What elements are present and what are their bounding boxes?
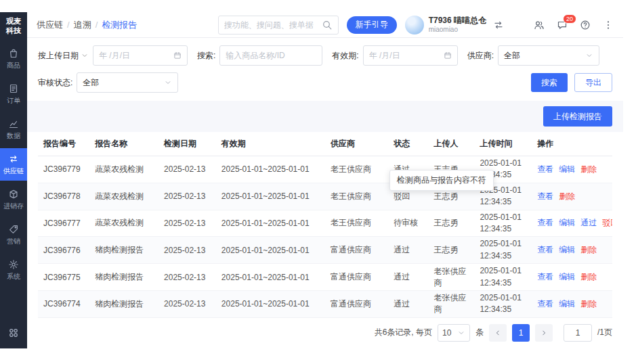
action-link[interactable]: 查看 — [537, 164, 553, 174]
sidebar-item-label: 供应链 — [3, 166, 24, 176]
action-link[interactable]: 编辑 — [559, 245, 575, 254]
action-link[interactable]: 查看 — [537, 191, 553, 201]
messages-icon[interactable]: 20 — [557, 20, 568, 30]
actions-cell: 查看删除 — [532, 183, 612, 210]
table-cell: 富通供应商 — [325, 290, 388, 317]
action-link[interactable]: 查看 — [537, 272, 553, 281]
breadcrumb-separator: / — [67, 20, 70, 30]
table-toolbar: 上传检测报告 — [27, 101, 623, 132]
account[interactable]: T7936 喵喵总仓 miaomiao — [405, 16, 486, 35]
table-row: JC396779蔬菜农残检测2025-02-132025-01-01~2025-… — [38, 156, 612, 183]
filter-row-1: 按上传日期 年 /月/日 搜索: 有效期: 年 /月/日 供应商: — [38, 45, 612, 66]
sidebar-item-label: 进销存 — [3, 202, 24, 211]
column-header: 供应商 — [325, 132, 388, 156]
current-page-button[interactable]: 1 — [512, 324, 530, 342]
global-search-box[interactable] — [218, 16, 339, 35]
action-link[interactable]: 驳回 — [602, 218, 612, 227]
global-search-input[interactable] — [224, 20, 322, 30]
upload-date-input[interactable]: 年 /月/日 — [93, 45, 188, 66]
sidebar-item-label: 数据 — [7, 131, 20, 141]
column-header: 操作 — [532, 132, 612, 156]
supplier-select-value: 全部 — [504, 50, 520, 62]
sidebar-item-system[interactable]: 系统 — [0, 254, 27, 286]
sidebar-item-orders[interactable]: 订单 — [0, 78, 27, 110]
pagination: 共6条记录, 每页 10 条 1 /1页 — [38, 318, 612, 350]
table-cell: 老王供应商 — [325, 156, 388, 183]
table-cell: 2025-02-13 — [158, 183, 216, 210]
page-jump-input[interactable] — [564, 324, 592, 342]
column-header: 报告名称 — [89, 132, 158, 156]
apps-grid-icon[interactable] — [7, 327, 20, 339]
chart-icon — [8, 118, 19, 129]
action-link[interactable]: 删除 — [580, 164, 597, 174]
report-table-card: 报告编号报告名称检测日期有效期供应商状态上传人上传时间操作 JC396779蔬菜… — [27, 132, 623, 348]
sidebar-item-inventory[interactable]: 进销存 — [0, 183, 27, 216]
upload-report-button[interactable]: 上传检测报告 — [543, 106, 612, 127]
action-link[interactable]: 编辑 — [559, 299, 575, 309]
help-icon[interactable] — [580, 20, 591, 30]
switch-warehouse-icon[interactable] — [493, 20, 504, 30]
page-size-select[interactable]: 10 — [438, 324, 470, 342]
upload-date-filter-text: 按上传日期 — [38, 50, 79, 62]
guide-button[interactable]: 新手引导 — [347, 16, 397, 34]
table-cell: 通过 — [388, 290, 428, 317]
table-cell: 2025-01-01~2025-01-01 — [216, 290, 325, 317]
sidebar-item-supply-chain[interactable]: 供应链 — [0, 148, 27, 181]
table-cell: 王志勇 — [429, 237, 475, 264]
table-cell: 2025-02-13 — [158, 264, 216, 291]
table-header-row: 报告编号报告名称检测日期有效期供应商状态上传人上传时间操作 — [38, 132, 612, 156]
app-logo[interactable]: 观麦科技 — [5, 17, 22, 36]
export-button[interactable]: 导出 — [574, 73, 612, 92]
product-search-box[interactable] — [219, 45, 322, 66]
sidebar-item-marketing[interactable]: 营销 — [0, 219, 27, 251]
actions-cell: 查看编辑删除 — [532, 290, 612, 317]
search-icon[interactable] — [322, 20, 333, 30]
action-link[interactable]: 删除 — [559, 191, 575, 201]
action-link[interactable]: 编辑 — [559, 164, 575, 174]
topbar: 供应链/追溯/检测报告 新手引导 T7936 喵喵总仓 miaomiao 20 — [27, 12, 623, 38]
action-link[interactable]: 查看 — [537, 218, 553, 227]
action-link[interactable]: 删除 — [580, 245, 597, 254]
next-page-button[interactable] — [535, 324, 553, 342]
account-text: T7936 喵喵总仓 miaomiao — [429, 16, 486, 33]
more-menu-icon[interactable] — [603, 20, 614, 30]
chevron-down-icon — [457, 329, 465, 337]
action-link[interactable]: 通过 — [580, 218, 597, 227]
table-cell: 蔬菜农残检测 — [89, 183, 158, 210]
table-cell: 富通供应商 — [325, 237, 388, 264]
contacts-icon[interactable] — [534, 20, 545, 30]
table-cell: 通过 — [388, 264, 428, 291]
sidebar-item-goods[interactable]: 商品 — [0, 43, 27, 75]
breadcrumb: 供应链/追溯/检测报告 — [37, 19, 137, 31]
product-search-input[interactable] — [226, 51, 316, 60]
action-link[interactable]: 编辑 — [559, 272, 575, 281]
column-header: 报告编号 — [38, 132, 89, 156]
breadcrumb-item[interactable]: 追溯 — [74, 19, 91, 31]
main-area: 供应链/追溯/检测报告 新手引导 T7936 喵喵总仓 miaomiao 20 — [27, 12, 623, 348]
supplier-select[interactable]: 全部 — [498, 45, 599, 66]
action-link[interactable]: 删除 — [580, 299, 597, 309]
table-cell: 2025-01-01~2025-01-01 — [216, 183, 325, 210]
table-cell: 2025-02-13 — [158, 237, 216, 264]
upload-date-filter-label[interactable]: 按上传日期 — [38, 50, 89, 62]
table-cell: 老王供应商 — [325, 210, 388, 237]
sidebar-item-data[interactable]: 数据 — [0, 113, 27, 145]
action-link[interactable]: 删除 — [580, 272, 597, 281]
status-tooltip: 检测商品与报告内容不符 — [389, 170, 494, 191]
table-cell: 2025-01-01 12:34:35 — [474, 237, 532, 264]
avatar — [405, 16, 424, 35]
prev-page-button[interactable] — [489, 324, 507, 342]
action-link[interactable]: 查看 — [537, 299, 553, 309]
action-link[interactable]: 查看 — [537, 245, 553, 254]
sidebar-item-label: 商品 — [7, 61, 20, 70]
sidebar-item-label: 营销 — [7, 237, 20, 246]
column-header: 有效期 — [216, 132, 325, 156]
search-filter-label: 搜索: — [197, 50, 215, 62]
table-cell: 猪肉检测报告 — [89, 237, 158, 264]
table-cell: 2025-01-01 12:34:35 — [474, 264, 532, 291]
search-button[interactable]: 搜索 — [531, 73, 568, 92]
action-link[interactable]: 编辑 — [559, 218, 575, 227]
status-select[interactable]: 全部 — [77, 72, 178, 93]
validity-date-input[interactable]: 年 /月/日 — [363, 45, 458, 66]
breadcrumb-item[interactable]: 供应链 — [37, 19, 63, 31]
